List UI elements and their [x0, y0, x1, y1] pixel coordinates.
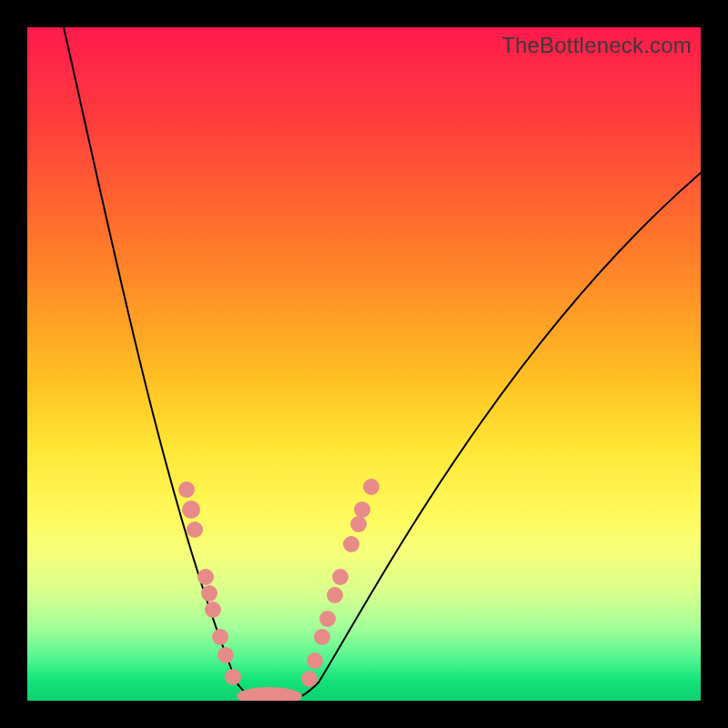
curve-svg: [27, 27, 701, 701]
curve-trough-marker: [237, 687, 302, 701]
bottleneck-curve: [64, 27, 701, 701]
curve-marker-left: [205, 602, 221, 618]
curve-marker-left: [217, 647, 234, 663]
curve-marker-right: [301, 671, 318, 687]
curve-marker-left: [212, 629, 228, 645]
curve-marker-right: [314, 629, 330, 645]
curve-marker-right: [343, 536, 359, 552]
curve-marker-right: [363, 479, 379, 495]
curve-marker-left: [182, 500, 200, 519]
chart-frame: TheBottleneck.com: [0, 0, 728, 728]
curve-marker-right: [319, 611, 336, 627]
curve-marker-right: [354, 501, 370, 518]
curve-marker-left: [178, 481, 195, 498]
curve-marker-left: [225, 669, 241, 685]
curve-marker-right: [332, 569, 349, 585]
curve-marker-left: [197, 569, 214, 585]
curve-marker-right: [350, 516, 367, 532]
curve-marker-right: [307, 652, 323, 669]
curve-marker-left: [187, 521, 203, 538]
plot-area: TheBottleneck.com: [27, 27, 701, 701]
curve-marker-right: [327, 587, 343, 603]
curve-marker-left: [201, 585, 217, 602]
